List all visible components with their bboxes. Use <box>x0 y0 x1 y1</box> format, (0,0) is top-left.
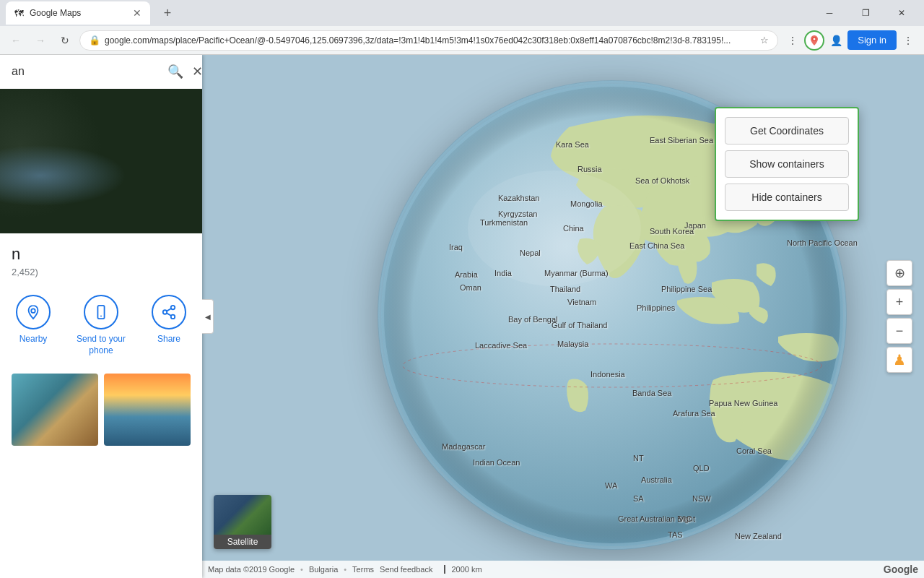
svg-point-6 <box>163 310 167 314</box>
refresh-button[interactable]: ↻ <box>55 30 75 51</box>
minimize-button[interactable]: ─ <box>813 1 846 25</box>
svg-line-9 <box>167 309 171 311</box>
get-coordinates-button[interactable]: Get Coordinates <box>725 117 849 144</box>
map-controls: ⊕ + − ♟ <box>886 260 912 373</box>
zoom-out-button[interactable]: − <box>886 318 912 344</box>
show-containers-button[interactable]: Show containers <box>725 150 849 178</box>
send-to-phone-label: Send to your phone <box>66 334 136 356</box>
address-bar: ← → ↻ 🔒 google.com/maps/place/Pacific+Oc… <box>0 26 924 55</box>
google-logo: Google <box>884 564 918 575</box>
satellite-toggle[interactable]: Satellite <box>214 495 271 549</box>
sign-in-button[interactable]: Sign in <box>847 30 897 50</box>
close-button[interactable]: ✕ <box>885 1 918 25</box>
tab-favicon: 🗺 <box>14 8 24 19</box>
terms-link[interactable]: Terms <box>352 565 374 574</box>
svg-point-7 <box>171 315 175 319</box>
place-name: n <box>12 245 191 264</box>
url-text: google.com/maps/place/Pacific+Ocean/@-0.… <box>105 35 756 46</box>
tab-close-button[interactable]: ✕ <box>133 7 141 19</box>
browser-tab[interactable]: 🗺 Google Maps ✕ <box>6 1 150 25</box>
map-area[interactable]: Kara SeaEast Siberian SeaRussiaBering Se… <box>202 55 924 578</box>
my-location-button[interactable]: ⊕ <box>886 260 912 286</box>
forward-button[interactable]: → <box>30 30 51 51</box>
url-bar[interactable]: 🔒 google.com/maps/place/Pacific+Ocean/@-… <box>79 30 778 51</box>
thumbnail-1[interactable] <box>12 374 98 446</box>
svg-point-5 <box>171 306 175 310</box>
map-attribution: Map data ©2019 Google <box>208 565 295 574</box>
send-to-phone-button[interactable]: Send to your phone <box>66 295 136 356</box>
place-photo <box>0 89 202 233</box>
satellite-thumbnail <box>214 495 271 535</box>
map-scale: 2000 km <box>444 565 481 574</box>
hide-containers-button[interactable]: Hide containers <box>725 184 849 211</box>
map-extra: Bulgaria <box>309 565 338 574</box>
profile-button[interactable]: 👤 <box>826 30 846 51</box>
nearby-button[interactable]: Nearby <box>12 295 55 356</box>
main-content: 🔍 ✕ n 2,452) <box>0 55 924 578</box>
svg-line-8 <box>167 313 171 316</box>
title-bar: 🗺 Google Maps ✕ + ─ ❐ ✕ <box>0 0 924 26</box>
menu-button[interactable]: ⋮ <box>898 30 918 51</box>
pegman-button[interactable]: ♟ <box>886 347 912 373</box>
window-controls: ─ ❐ ✕ <box>813 1 918 25</box>
svg-point-2 <box>31 309 35 313</box>
thumbnail-2[interactable] <box>104 374 191 446</box>
clear-search-icon[interactable]: ✕ <box>189 61 206 82</box>
search-input[interactable] <box>6 62 162 81</box>
photo-placeholder <box>0 89 202 233</box>
share-label: Share <box>157 334 180 345</box>
thumbnail-strip <box>0 368 202 578</box>
nearby-label: Nearby <box>19 334 48 345</box>
toolbar-icons: ⋮ 👤 Sign in ⋮ <box>783 30 918 51</box>
back-button[interactable]: ← <box>6 30 26 51</box>
sidebar: 🔍 ✕ n 2,452) <box>0 55 202 578</box>
place-rating: 2,452) <box>12 267 191 277</box>
extensions-button[interactable]: ⋮ <box>783 30 803 51</box>
share-button[interactable]: Share <box>147 295 191 356</box>
extension-popup: Get Coordinates Show containers Hide con… <box>715 107 859 221</box>
send-to-phone-icon-circle <box>84 295 118 329</box>
maximize-button[interactable]: ❐ <box>849 1 882 25</box>
svg-point-1 <box>814 38 816 40</box>
share-icon-circle <box>152 295 186 329</box>
map-footer: Map data ©2019 Google • Bulgaria • Terms… <box>202 561 924 578</box>
search-icon[interactable]: 🔍 <box>165 61 186 82</box>
new-tab-button[interactable]: + <box>156 1 179 25</box>
satellite-label: Satellite <box>214 535 271 549</box>
zoom-in-button[interactable]: + <box>886 289 912 315</box>
nearby-icon-circle <box>16 295 51 329</box>
tab-title: Google Maps <box>30 8 127 18</box>
svg-point-15 <box>468 171 641 286</box>
maps-extension-icon[interactable] <box>804 30 824 51</box>
secure-icon: 🔒 <box>89 35 100 46</box>
search-bar: 🔍 ✕ <box>0 55 202 89</box>
action-buttons: Nearby Send to your phone <box>0 283 202 368</box>
sidebar-collapse-button[interactable]: ◀ <box>202 299 214 334</box>
place-info: n 2,452) <box>0 233 202 283</box>
chrome-browser: 🗺 Google Maps ✕ + ─ ❐ ✕ ← → ↻ 🔒 google.c… <box>0 0 924 578</box>
feedback-link[interactable]: Send feedback <box>380 565 432 574</box>
bookmark-icon[interactable]: ☆ <box>760 35 769 46</box>
